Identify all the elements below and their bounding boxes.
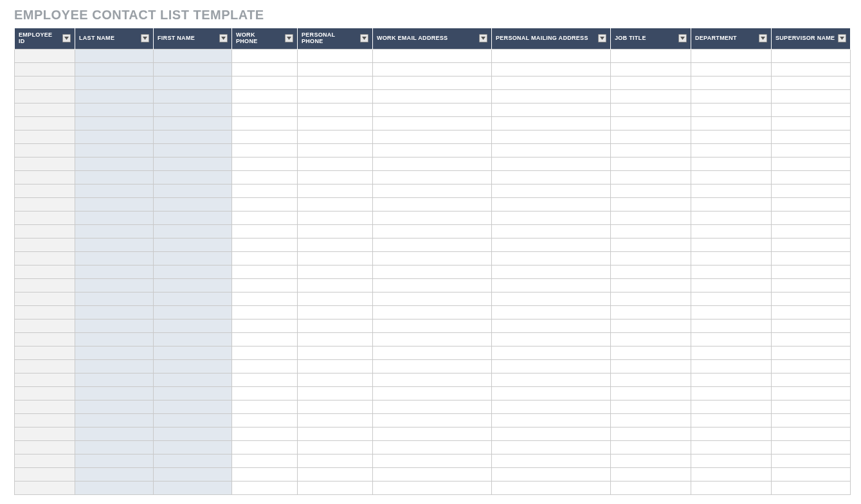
- table-cell[interactable]: [15, 184, 75, 197]
- table-cell[interactable]: [772, 319, 851, 332]
- table-cell[interactable]: [298, 89, 373, 103]
- table-cell[interactable]: [298, 278, 373, 292]
- table-cell[interactable]: [691, 238, 772, 251]
- table-cell[interactable]: [772, 103, 851, 116]
- table-cell[interactable]: [772, 184, 851, 197]
- table-cell[interactable]: [298, 103, 373, 116]
- table-cell[interactable]: [75, 157, 154, 170]
- table-cell[interactable]: [772, 116, 851, 130]
- table-cell[interactable]: [298, 157, 373, 170]
- table-cell[interactable]: [492, 467, 611, 481]
- table-cell[interactable]: [232, 413, 298, 427]
- column-header[interactable]: DEPARTMENT: [691, 28, 772, 50]
- table-cell[interactable]: [75, 332, 154, 346]
- table-cell[interactable]: [492, 292, 611, 305]
- table-cell[interactable]: [232, 251, 298, 265]
- table-cell[interactable]: [75, 62, 154, 76]
- table-cell[interactable]: [373, 170, 492, 184]
- table-cell[interactable]: [298, 454, 373, 467]
- table-cell[interactable]: [691, 130, 772, 143]
- table-cell[interactable]: [232, 400, 298, 413]
- table-cell[interactable]: [772, 467, 851, 481]
- table-cell[interactable]: [75, 427, 154, 440]
- table-cell[interactable]: [154, 170, 232, 184]
- table-cell[interactable]: [75, 184, 154, 197]
- table-cell[interactable]: [373, 157, 492, 170]
- table-cell[interactable]: [298, 346, 373, 359]
- table-cell[interactable]: [611, 251, 691, 265]
- table-cell[interactable]: [15, 49, 75, 62]
- table-cell[interactable]: [298, 359, 373, 373]
- table-cell[interactable]: [611, 49, 691, 62]
- table-cell[interactable]: [298, 197, 373, 211]
- filter-dropdown-icon[interactable]: [141, 34, 149, 42]
- table-cell[interactable]: [75, 305, 154, 319]
- table-cell[interactable]: [492, 224, 611, 238]
- table-cell[interactable]: [15, 386, 75, 400]
- table-cell[interactable]: [75, 386, 154, 400]
- table-cell[interactable]: [691, 265, 772, 278]
- table-cell[interactable]: [611, 238, 691, 251]
- table-cell[interactable]: [232, 373, 298, 386]
- table-cell[interactable]: [154, 130, 232, 143]
- table-cell[interactable]: [154, 265, 232, 278]
- table-cell[interactable]: [691, 292, 772, 305]
- filter-dropdown-icon[interactable]: [479, 34, 487, 42]
- table-cell[interactable]: [298, 211, 373, 224]
- table-cell[interactable]: [691, 467, 772, 481]
- table-cell[interactable]: [691, 170, 772, 184]
- table-cell[interactable]: [232, 238, 298, 251]
- table-cell[interactable]: [492, 76, 611, 89]
- table-cell[interactable]: [611, 305, 691, 319]
- table-cell[interactable]: [298, 116, 373, 130]
- table-cell[interactable]: [772, 278, 851, 292]
- table-cell[interactable]: [373, 440, 492, 454]
- table-cell[interactable]: [15, 211, 75, 224]
- table-cell[interactable]: [373, 116, 492, 130]
- table-cell[interactable]: [232, 76, 298, 89]
- table-cell[interactable]: [373, 251, 492, 265]
- table-cell[interactable]: [154, 143, 232, 157]
- table-cell[interactable]: [232, 170, 298, 184]
- table-cell[interactable]: [75, 373, 154, 386]
- table-cell[interactable]: [154, 413, 232, 427]
- table-cell[interactable]: [373, 197, 492, 211]
- table-cell[interactable]: [75, 467, 154, 481]
- table-cell[interactable]: [691, 359, 772, 373]
- table-cell[interactable]: [772, 238, 851, 251]
- table-cell[interactable]: [373, 305, 492, 319]
- table-cell[interactable]: [232, 62, 298, 76]
- table-cell[interactable]: [298, 184, 373, 197]
- table-cell[interactable]: [691, 211, 772, 224]
- table-cell[interactable]: [691, 332, 772, 346]
- table-cell[interactable]: [154, 440, 232, 454]
- table-cell[interactable]: [691, 386, 772, 400]
- table-cell[interactable]: [492, 62, 611, 76]
- table-cell[interactable]: [154, 359, 232, 373]
- table-cell[interactable]: [15, 224, 75, 238]
- table-cell[interactable]: [15, 170, 75, 184]
- table-cell[interactable]: [232, 359, 298, 373]
- table-cell[interactable]: [154, 386, 232, 400]
- column-header[interactable]: WORKPHONE: [232, 28, 298, 50]
- table-cell[interactable]: [611, 440, 691, 454]
- table-cell[interactable]: [772, 251, 851, 265]
- table-cell[interactable]: [611, 170, 691, 184]
- table-cell[interactable]: [75, 89, 154, 103]
- filter-dropdown-icon[interactable]: [838, 34, 846, 42]
- table-cell[interactable]: [75, 49, 154, 62]
- table-cell[interactable]: [232, 319, 298, 332]
- table-cell[interactable]: [154, 467, 232, 481]
- table-cell[interactable]: [232, 211, 298, 224]
- table-cell[interactable]: [492, 319, 611, 332]
- table-cell[interactable]: [154, 346, 232, 359]
- table-cell[interactable]: [15, 251, 75, 265]
- table-cell[interactable]: [373, 76, 492, 89]
- table-cell[interactable]: [298, 373, 373, 386]
- table-cell[interactable]: [691, 305, 772, 319]
- table-cell[interactable]: [492, 305, 611, 319]
- table-cell[interactable]: [492, 400, 611, 413]
- column-header[interactable]: LAST NAME: [75, 28, 154, 50]
- table-cell[interactable]: [611, 400, 691, 413]
- table-cell[interactable]: [15, 319, 75, 332]
